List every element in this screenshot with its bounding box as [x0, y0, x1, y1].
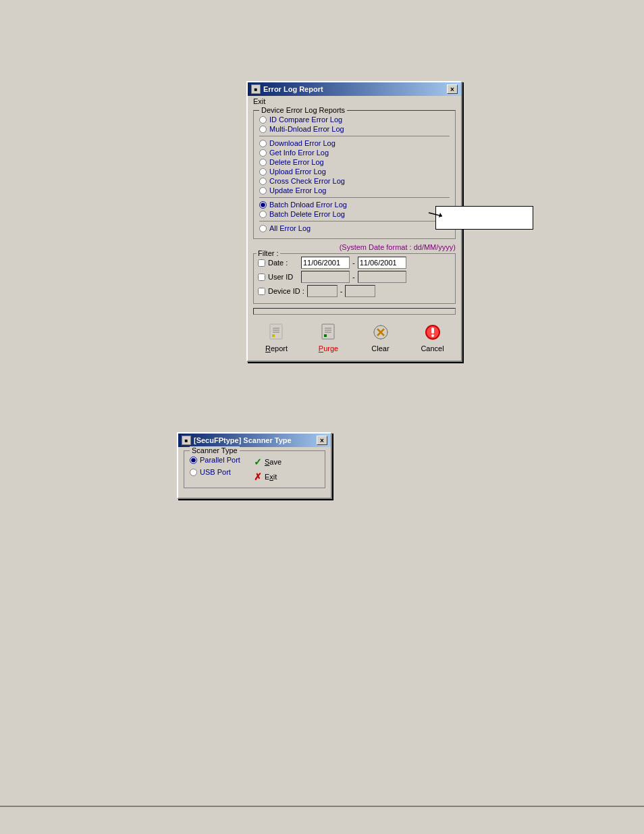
device-group-label: Device Error Log Reports — [259, 106, 347, 114]
radio-delete: Delete Error Log — [259, 157, 450, 167]
clear-label: Clear — [371, 344, 389, 353]
radio-download: Download Error Log — [259, 138, 450, 148]
exit-label: Exit — [265, 473, 277, 481]
button-row: Report Purge — [253, 319, 456, 355]
scanner-title-bar: ■ [SecuFPtype] Scanner Type × — [178, 434, 331, 447]
filter-deviceid-from-input[interactable] — [307, 285, 338, 297]
scanner-radios: Parallel Port USB Port — [190, 455, 240, 482]
radio-get-info: Get Info Error Log — [259, 148, 450, 157]
scanner-close-button[interactable]: × — [317, 436, 327, 445]
radio-id-compare-input[interactable] — [259, 116, 267, 124]
radio-multi-dnload-input[interactable] — [259, 126, 267, 133]
separator-2 — [259, 197, 450, 198]
radio-usb-port: USB Port — [190, 467, 240, 477]
radio-upload-label: Upload Error Log — [269, 167, 326, 176]
save-label: Save — [265, 458, 281, 466]
radio-upload-input[interactable] — [259, 168, 267, 176]
radio-id-compare-label: ID Compare Error Log — [269, 115, 342, 124]
scanner-exit-button[interactable]: ✗ Exit — [254, 471, 281, 482]
filter-date-dash: - — [352, 259, 355, 267]
radio-update: Update Error Log — [259, 186, 450, 195]
clear-button[interactable]: Clear — [364, 321, 398, 353]
radio-cross-check: Cross Check Error Log — [259, 176, 450, 186]
cancel-icon — [422, 321, 444, 343]
bottom-rule — [0, 806, 644, 807]
svg-rect-5 — [272, 334, 275, 337]
filter-date-from-input[interactable] — [301, 257, 350, 269]
filter-deviceid-row: Device ID : - — [258, 285, 451, 297]
exit-x-icon: ✗ — [254, 471, 262, 482]
scanner-content: Scanner Type Parallel Port USB Port — [178, 447, 331, 498]
radio-multi-dnload-label: Multi-Dnload Error Log — [269, 125, 344, 133]
filter-date-to-input[interactable] — [358, 257, 406, 269]
scanner-body: Parallel Port USB Port ✓ Save ✗ E — [190, 455, 319, 482]
radio-usb-port-input[interactable] — [190, 469, 197, 476]
radio-parallel-port-label: Parallel Port — [200, 456, 240, 464]
annotation-box — [435, 206, 533, 230]
close-button[interactable]: × — [447, 84, 458, 94]
radio-batch-delete-input[interactable] — [259, 211, 267, 218]
dialog-icon: ■ — [251, 84, 261, 94]
filter-deviceid-label: Device ID : — [268, 287, 304, 295]
scanner-title-left: ■ [SecuFPtype] Scanner Type — [182, 436, 292, 445]
filter-userid-from-input[interactable] — [301, 271, 350, 283]
radio-batch-dnload-label: Batch Dnload Error Log — [269, 201, 347, 209]
radio-delete-label: Delete Error Log — [269, 158, 324, 166]
dialog-title: Error Log Report — [263, 85, 323, 93]
save-checkmark-icon: ✓ — [254, 457, 262, 467]
purge-label: Purge — [319, 344, 338, 353]
radio-parallel-port-input[interactable] — [190, 457, 197, 464]
radio-all-label: All Error Log — [269, 224, 311, 232]
title-bar-left: ■ Error Log Report — [251, 84, 323, 94]
radio-parallel-port: Parallel Port — [190, 455, 240, 465]
report-icon — [266, 321, 288, 343]
svg-rect-10 — [324, 334, 327, 337]
system-date-format: (System Date format : dd/MM/yyyy) — [253, 243, 456, 251]
filter-userid-label: User ID — [268, 273, 298, 281]
report-label: Report — [265, 344, 288, 353]
radio-all-input[interactable] — [259, 225, 267, 232]
svg-rect-0 — [270, 324, 282, 339]
annotation-arrow — [375, 199, 442, 233]
cancel-button[interactable]: Cancel — [416, 321, 450, 353]
radio-download-input[interactable] — [259, 140, 267, 147]
svg-rect-6 — [322, 324, 334, 339]
filter-date-checkbox[interactable] — [258, 259, 265, 267]
filter-label: Filter : — [257, 249, 280, 257]
radio-multi-dnload: Multi-Dnload Error Log — [259, 124, 450, 134]
exit-menu-item[interactable]: Exit — [251, 97, 267, 106]
radio-cross-check-input[interactable] — [259, 178, 267, 185]
filter-date-row: Date : - — [258, 257, 451, 269]
radio-delete-input[interactable] — [259, 159, 267, 166]
progress-bar — [253, 308, 456, 315]
filter-userid-to-input[interactable] — [358, 271, 406, 283]
purge-icon — [318, 321, 340, 343]
filter-deviceid-to-input[interactable] — [345, 285, 375, 297]
scanner-dialog-icon: ■ — [182, 436, 191, 445]
filter-group: Filter : Date : - User ID - Device ID — [253, 253, 456, 304]
scanner-save-button[interactable]: ✓ Save — [254, 457, 281, 467]
radio-update-input[interactable] — [259, 187, 267, 194]
scanner-type-dialog: ■ [SecuFPtype] Scanner Type × Scanner Ty… — [177, 432, 332, 499]
dialog-content: Device Error Log Reports ID Compare Erro… — [248, 107, 461, 361]
menu-bar: Exit — [248, 96, 461, 107]
radio-get-info-input[interactable] — [259, 149, 267, 157]
radio-batch-delete-label: Batch Delete Error Log — [269, 210, 345, 218]
scanner-buttons: ✓ Save ✗ Exit — [254, 455, 281, 482]
report-button[interactable]: Report — [260, 321, 294, 353]
error-log-title-bar: ■ Error Log Report × — [248, 82, 461, 96]
filter-userid-checkbox[interactable] — [258, 273, 265, 281]
filter-date-label: Date : — [268, 259, 298, 267]
separator-1 — [259, 136, 450, 136]
scanner-group: Scanner Type Parallel Port USB Port — [184, 450, 325, 488]
filter-userid-row: User ID - — [258, 271, 451, 283]
radio-batch-dnload-input[interactable] — [259, 201, 267, 209]
radio-id-compare: ID Compare Error Log — [259, 115, 450, 124]
svg-rect-15 — [431, 328, 434, 334]
purge-button[interactable]: Purge — [312, 321, 346, 353]
scanner-group-label: Scanner Type — [190, 446, 240, 454]
radio-upload: Upload Error Log — [259, 167, 450, 176]
cancel-label: Cancel — [421, 344, 444, 353]
filter-deviceid-checkbox[interactable] — [258, 288, 265, 295]
scanner-dialog-title: [SecuFPtype] Scanner Type — [194, 436, 292, 444]
